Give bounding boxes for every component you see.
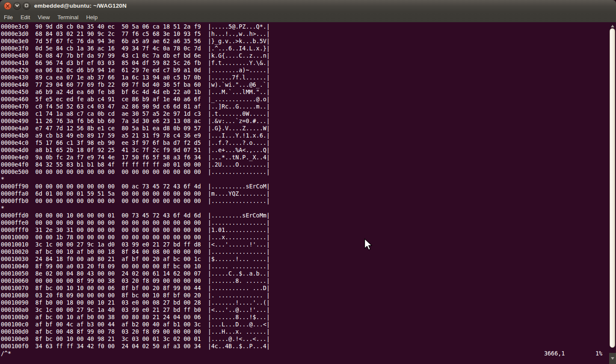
- vim-ruler: 3666,1: [544, 350, 565, 357]
- scrollbar: [609, 22, 616, 364]
- scroll-up-arrow-icon[interactable]: [611, 25, 614, 27]
- terminal-screen[interactable]: 0000e3c0 90 9d d8 cb 0a 35 40 ec 50 5a 0…: [0, 22, 616, 364]
- scrollbar-bottom-cap: [609, 353, 616, 364]
- close-icon: [6, 2, 10, 10]
- menu-edit[interactable]: Edit: [17, 13, 34, 22]
- terminal-window: embedded@ubuntu: ~/WAG120N File Edit Vie…: [0, 0, 616, 364]
- menu-file[interactable]: File: [0, 13, 17, 22]
- vim-search-command: /^*: [1, 350, 11, 357]
- hexdump-output: 0000e3c0 90 9d d8 cb 0a 35 40 ec 50 5a 0…: [1, 23, 270, 350]
- menu-terminal[interactable]: Terminal: [53, 13, 82, 22]
- menubar: File Edit View Terminal Help: [0, 12, 616, 22]
- minimize-button[interactable]: [13, 2, 21, 10]
- titlebar[interactable]: embedded@ubuntu: ~/WAG120N: [0, 0, 616, 12]
- maximize-button[interactable]: [23, 2, 30, 10]
- mouse-pointer-icon: [364, 238, 373, 252]
- vim-statusline: /^* 3666,1 1%: [0, 350, 609, 357]
- window-controls: [4, 2, 30, 10]
- menu-help[interactable]: Help: [82, 13, 101, 22]
- chevron-down-icon: [15, 2, 20, 10]
- scrollbar-thumb[interactable]: [610, 28, 615, 348]
- window-chrome: embedded@ubuntu: ~/WAG120N File Edit Vie…: [0, 0, 616, 22]
- close-button[interactable]: [4, 2, 12, 10]
- vim-scroll-percent: 1%: [595, 350, 602, 357]
- restore-icon: [24, 2, 29, 10]
- menu-view[interactable]: View: [34, 13, 53, 22]
- scroll-down-arrow-icon[interactable]: [611, 357, 614, 360]
- window-title: embedded@ubuntu: ~/WAG120N: [34, 3, 127, 9]
